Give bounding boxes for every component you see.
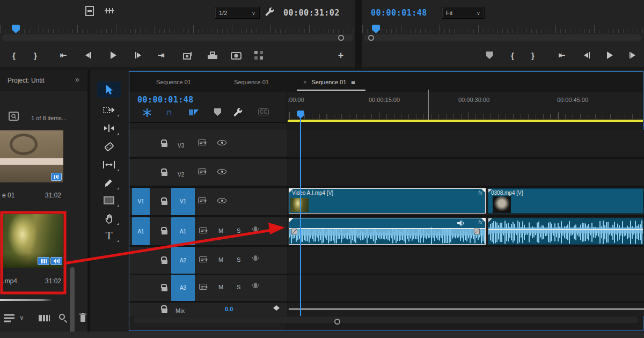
panel-overflow-icon[interactable]: » — [75, 75, 79, 84]
track-output-eye-icon[interactable] — [217, 140, 226, 145]
lock-icon[interactable] — [162, 230, 167, 234]
tab-sequence-1[interactable]: Sequence 01 — [137, 72, 210, 92]
sync-lock-icon[interactable] — [198, 168, 206, 174]
razor-tool[interactable] — [97, 138, 121, 155]
mark-in-button[interactable]: { — [8, 47, 20, 63]
mark-out-button[interactable]: } — [526, 47, 539, 63]
bin-horizontal-scrollbar[interactable] — [0, 299, 53, 301]
drag-video-icon[interactable] — [85, 6, 94, 17]
track-target-v1[interactable]: V1 — [171, 188, 195, 215]
snap-magnet-icon[interactable]: ∩ — [166, 107, 172, 118]
fade-handle[interactable] — [291, 229, 297, 234]
lock-icon[interactable] — [162, 287, 167, 291]
fit-zoom-dropdown[interactable]: Fit ∨ — [442, 7, 485, 19]
go-to-in-button[interactable]: ⇤ — [554, 47, 569, 63]
slip-tool[interactable] — [97, 157, 121, 173]
sync-lock-icon[interactable] — [199, 284, 207, 290]
step-back-button[interactable] — [80, 47, 97, 63]
program-zoom-handle[interactable] — [368, 35, 374, 41]
lock-icon[interactable] — [162, 308, 167, 313]
bin-vertical-scrollbar[interactable] — [70, 267, 75, 338]
volume-rubber-band[interactable] — [289, 228, 485, 229]
mark-in-button[interactable]: { — [506, 47, 519, 63]
source-zoom-handle[interactable] — [338, 35, 344, 41]
master-rubber-band[interactable] — [289, 308, 644, 310]
track-output-eye-icon[interactable] — [217, 169, 226, 174]
close-icon[interactable]: × — [303, 79, 306, 85]
selection-tool[interactable] — [97, 82, 121, 98]
tab-sequence-2[interactable]: Sequence 01 — [215, 72, 288, 92]
go-to-out-button[interactable]: ⇥ — [153, 47, 169, 63]
solo-button[interactable]: S — [237, 284, 240, 290]
step-back-button[interactable] — [579, 47, 595, 63]
sync-lock-icon[interactable] — [198, 139, 206, 145]
hand-tool[interactable] — [97, 210, 121, 226]
icon-view-button[interactable] — [39, 314, 52, 324]
solo-button[interactable]: S — [237, 256, 240, 263]
playback-resolution-dropdown[interactable]: 1/2 ∨ — [215, 7, 260, 19]
clip-video-ai[interactable]: Video A.I.mp4 [V] fx — [289, 188, 486, 214]
lock-icon[interactable] — [162, 172, 167, 176]
timeline-timecode[interactable]: 00:00:01:48 — [137, 95, 194, 105]
track-label-mix[interactable]: Mix — [175, 307, 185, 314]
program-timecode[interactable]: 00:00:01:48 — [371, 8, 427, 18]
drag-audio-icon[interactable] — [104, 7, 115, 16]
voiceover-mic-icon[interactable] — [254, 255, 257, 260]
sync-lock-icon[interactable] — [198, 197, 206, 203]
source-patch-v1[interactable]: V1 — [132, 188, 150, 215]
mark-out-button[interactable]: } — [29, 47, 42, 63]
source-scrub-ruler[interactable] — [0, 24, 355, 33]
project-item-caption[interactable]: e 01 31:02 — [0, 192, 63, 199]
zoom-search-icon[interactable] — [59, 314, 65, 320]
program-scrub-ruler[interactable] — [362, 24, 644, 33]
track-target-a1[interactable]: A1 — [171, 217, 195, 245]
find-icon[interactable] — [9, 112, 19, 122]
project-item-caption[interactable]: I.mp4 31:02 — [0, 277, 63, 285]
clip-audio-ai[interactable]: fx — [289, 218, 486, 245]
add-marker-icon[interactable] — [214, 108, 221, 116]
fade-handle[interactable] — [474, 229, 480, 234]
sync-lock-icon[interactable] — [199, 256, 207, 262]
list-view-button[interactable] — [3, 314, 15, 324]
rectangle-tool[interactable] — [97, 192, 121, 208]
nest-toggle-icon[interactable] — [142, 108, 152, 119]
ripple-edit-tool[interactable] — [97, 120, 121, 136]
settings-wrench-icon[interactable] — [264, 6, 275, 18]
step-forward-button[interactable] — [624, 47, 640, 63]
comparison-view-button[interactable] — [251, 47, 266, 63]
program-zoom-scrollbar[interactable] — [364, 34, 642, 41]
master-level-value[interactable]: 0.0 — [225, 306, 233, 312]
add-marker-button[interactable] — [482, 47, 496, 63]
timeline-settings-wrench-icon[interactable] — [232, 107, 243, 119]
timeline-zoom-handle[interactable] — [334, 319, 340, 325]
project-item-thumbnail-sequence[interactable] — [0, 130, 63, 182]
clip-0308[interactable]: 0308.mp4 [V] — [488, 188, 643, 214]
solo-button[interactable]: S — [237, 227, 240, 234]
type-tool[interactable]: T — [97, 227, 121, 244]
linked-selection-icon[interactable] — [188, 108, 199, 118]
clip-audio-0308[interactable] — [488, 218, 643, 245]
keyframe-toggle-icon[interactable] — [273, 305, 280, 311]
mute-button[interactable]: M — [218, 227, 223, 234]
timeline-horizontal-scrollbar[interactable] — [134, 317, 639, 323]
track-label-v3[interactable]: V3 — [178, 143, 184, 149]
volume-rubber-band[interactable] — [488, 229, 643, 230]
lock-icon[interactable] — [162, 260, 167, 264]
overwrite-button[interactable] — [205, 47, 220, 63]
source-zoom-scrollbar[interactable] — [2, 34, 353, 41]
project-panel-tab[interactable]: Project: Untit » — [0, 70, 87, 91]
voiceover-mic-icon[interactable] — [254, 283, 257, 288]
track-output-eye-icon[interactable] — [217, 198, 226, 203]
mute-button[interactable]: M — [218, 256, 223, 263]
track-label-v2[interactable]: V2 — [178, 172, 184, 178]
captions-icon[interactable]: CC — [258, 108, 269, 115]
sync-lock-icon[interactable] — [199, 227, 207, 233]
track-target-a3[interactable]: A3 — [171, 275, 195, 301]
voiceover-mic-icon[interactable] — [254, 226, 257, 231]
trash-icon[interactable] — [79, 313, 86, 323]
timeline-ruler[interactable]: :00:00 00:00:15:00 00:00:30:00 00:00:45:… — [288, 92, 643, 122]
pen-tool[interactable] — [97, 175, 121, 191]
export-frame-button[interactable] — [229, 47, 244, 63]
play-button[interactable] — [602, 47, 618, 63]
go-to-in-button[interactable]: ⇤ — [56, 47, 71, 63]
